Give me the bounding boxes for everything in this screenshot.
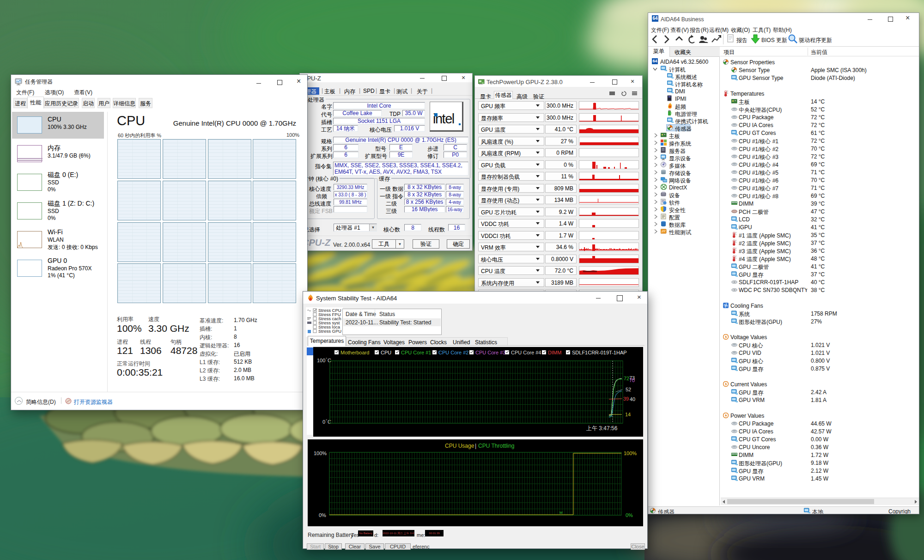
svg-text:0: 0 <box>322 419 325 425</box>
svg-text:M: M <box>559 511 563 515</box>
svg-text:°: ° <box>326 357 327 361</box>
svg-text:CPU Usage: CPU Usage <box>445 443 474 449</box>
svg-text:CPU: CPU <box>381 350 391 355</box>
svg-text:°: ° <box>326 419 327 423</box>
svg-text:100%: 100% <box>624 450 637 456</box>
svg-text:0%: 0% <box>626 512 633 518</box>
svg-text:|: | <box>475 443 476 449</box>
svg-text:DIMM: DIMM <box>548 350 561 355</box>
svg-text:Motherboard: Motherboard <box>340 350 369 355</box>
svg-text:C: C <box>328 358 331 363</box>
svg-text:C: C <box>328 419 331 425</box>
svg-text:CPU Core #1: CPU Core #1 <box>401 350 431 355</box>
svg-text:CPU Throttling: CPU Throttling <box>478 443 514 449</box>
svg-text:100: 100 <box>317 358 325 363</box>
svg-text:14: 14 <box>625 412 631 417</box>
svg-text:上午 3:47:56: 上午 3:47:56 <box>586 425 618 432</box>
svg-text:0%: 0% <box>319 512 326 518</box>
svg-text:100%: 100% <box>314 450 327 456</box>
svg-text:CPU Core #3: CPU Core #3 <box>475 350 505 355</box>
svg-text:Stress GPU: Stress GPU <box>318 329 341 334</box>
svg-text:CPU Core #4: CPU Core #4 <box>511 350 541 355</box>
svg-text:40: 40 <box>630 396 635 402</box>
svg-text:CPU Core #2: CPU Core #2 <box>438 350 468 355</box>
svg-text:72: 72 <box>624 376 629 381</box>
svg-text:39: 39 <box>623 396 629 402</box>
svg-text:70: 70 <box>629 377 635 383</box>
svg-text:52: 52 <box>626 387 631 392</box>
svg-text:SDLF1CRR-019T-1HAP: SDLF1CRR-019T-1HAP <box>572 350 627 355</box>
